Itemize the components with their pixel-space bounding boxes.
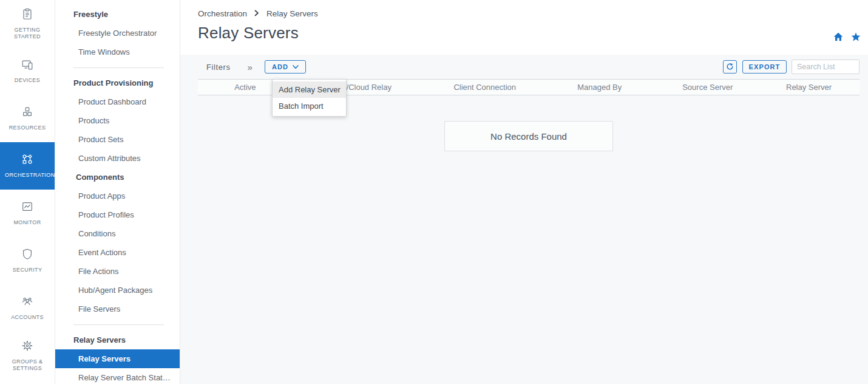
- sidebar-item-product-profiles[interactable]: Product Profiles: [55, 205, 180, 224]
- menu-item-add-relay-server[interactable]: Add Relay Server: [273, 81, 346, 98]
- page-header: Orchestration Relay Servers Relay Server…: [180, 0, 868, 55]
- sidebar-item-relay-server-batch-status[interactable]: Relay Server Batch Stat…: [55, 368, 180, 384]
- rail-label: ACCOUNTS: [5, 314, 50, 321]
- refresh-icon: [726, 63, 734, 72]
- rail-item-security[interactable]: SECURITY: [0, 237, 55, 284]
- sidebar-item-time-windows[interactable]: Time Windows: [55, 43, 180, 61]
- sidebar-item-product-apps[interactable]: Product Apps: [55, 187, 180, 205]
- rail-label: MONITOR: [5, 219, 50, 226]
- rail-label: DEVICES: [5, 77, 50, 84]
- sidebar-item-custom-attributes[interactable]: Custom Attributes: [55, 149, 180, 168]
- rail-label: GROUPS & SETTINGS: [5, 358, 50, 372]
- search-input[interactable]: [792, 60, 860, 74]
- rail-label: RESOURCES: [5, 125, 50, 131]
- rail-item-groups-settings[interactable]: GROUPS & SETTINGS: [0, 332, 55, 379]
- breadcrumb: Orchestration Relay Servers: [198, 9, 868, 18]
- sidebar-item-products[interactable]: Products: [55, 111, 180, 130]
- cubes-icon: [21, 105, 34, 121]
- rail-item-getting-started[interactable]: GETTING STARTED: [0, 0, 55, 47]
- chevron-right-icon: [254, 9, 259, 18]
- star-icon[interactable]: [851, 32, 861, 44]
- column-header-managed-by[interactable]: Managed By: [542, 80, 657, 95]
- rail-item-resources[interactable]: RESOURCES: [0, 95, 55, 142]
- add-dropdown-menu: Add Relay Server Batch Import: [272, 79, 347, 117]
- workflow-icon: [21, 153, 34, 168]
- export-button[interactable]: EXPORT: [742, 60, 787, 74]
- rail-label: GETTING STARTED: [5, 27, 50, 41]
- column-header-client-connection[interactable]: Client Connection: [427, 80, 542, 95]
- devices-icon: [21, 58, 34, 74]
- main-content: Orchestration Relay Servers Relay Server…: [180, 0, 868, 384]
- sidebar-item-hub-agent-packages[interactable]: Hub/Agent Packages: [55, 281, 180, 300]
- page-title: Relay Servers: [198, 24, 868, 43]
- toolbar-right-tools: EXPORT: [723, 60, 860, 74]
- clipboard-icon: [21, 7, 34, 23]
- rail-label: ORCHESTRATION: [5, 172, 50, 179]
- sidebar-section-components: Components: [55, 168, 180, 187]
- sidebar-item-product-sets[interactable]: Product Sets: [55, 130, 180, 149]
- rail-label: SECURITY: [5, 267, 50, 273]
- menu-item-batch-import[interactable]: Batch Import: [273, 98, 346, 114]
- rail-item-orchestration[interactable]: ORCHESTRATION: [0, 142, 55, 190]
- list-area: Filters » ADD Add Relay Server Batch Imp…: [180, 55, 868, 384]
- export-button-label: EXPORT: [749, 63, 781, 70]
- sidebar-item-file-actions[interactable]: File Actions: [55, 262, 180, 281]
- chevron-down-icon: [293, 63, 299, 70]
- filters-toggle[interactable]: Filters: [206, 63, 231, 72]
- sidebar-section-freestyle: Freestyle: [55, 5, 180, 24]
- sidebar-item-freestyle-orchestrator[interactable]: Freestyle Orchestrator: [55, 24, 180, 43]
- rail-item-monitor[interactable]: MONITOR: [0, 190, 55, 237]
- sidebar-item-conditions[interactable]: Conditions: [55, 224, 180, 243]
- breadcrumb-relay-servers: Relay Servers: [266, 9, 318, 18]
- shield-icon: [21, 247, 34, 263]
- column-header-source-server[interactable]: Source Server: [657, 80, 758, 95]
- primary-nav-rail: GETTING STARTED DEVICES RESOURCES: [0, 0, 55, 384]
- empty-state-message: No Records Found: [490, 131, 567, 142]
- sidebar-item-relay-servers[interactable]: Relay Servers: [55, 349, 180, 368]
- filters-expand-icon[interactable]: »: [248, 63, 253, 72]
- add-button-label: ADD: [272, 63, 288, 70]
- empty-state-box: No Records Found: [444, 121, 613, 151]
- people-icon: [21, 295, 34, 310]
- breadcrumb-orchestration[interactable]: Orchestration: [198, 9, 247, 18]
- list-toolbar: Filters » ADD Add Relay Server Batch Imp…: [198, 55, 860, 79]
- secondary-sidebar: Freestyle Freestyle Orchestrator Time Wi…: [55, 0, 180, 384]
- column-header-relay-server[interactable]: Relay Server: [758, 80, 860, 95]
- refresh-button[interactable]: [723, 60, 737, 74]
- header-actions: [833, 32, 861, 44]
- sidebar-section-product-provisioning: Product Provisioning: [55, 74, 180, 92]
- sidebar-item-product-dashboard[interactable]: Product Dashboard: [55, 92, 180, 111]
- rail-item-accounts[interactable]: ACCOUNTS: [0, 284, 55, 332]
- sidebar-item-file-servers[interactable]: File Servers: [55, 300, 180, 318]
- chart-icon: [21, 200, 34, 216]
- rail-item-devices[interactable]: DEVICES: [0, 47, 55, 95]
- gear-icon: [21, 339, 34, 355]
- sidebar-section-relay-servers: Relay Servers: [55, 331, 180, 349]
- sidebar-divider: [55, 318, 180, 331]
- add-button[interactable]: ADD: [265, 60, 306, 74]
- home-icon[interactable]: [833, 32, 843, 44]
- sidebar-divider: [55, 61, 180, 74]
- sidebar-item-event-actions[interactable]: Event Actions: [55, 243, 180, 262]
